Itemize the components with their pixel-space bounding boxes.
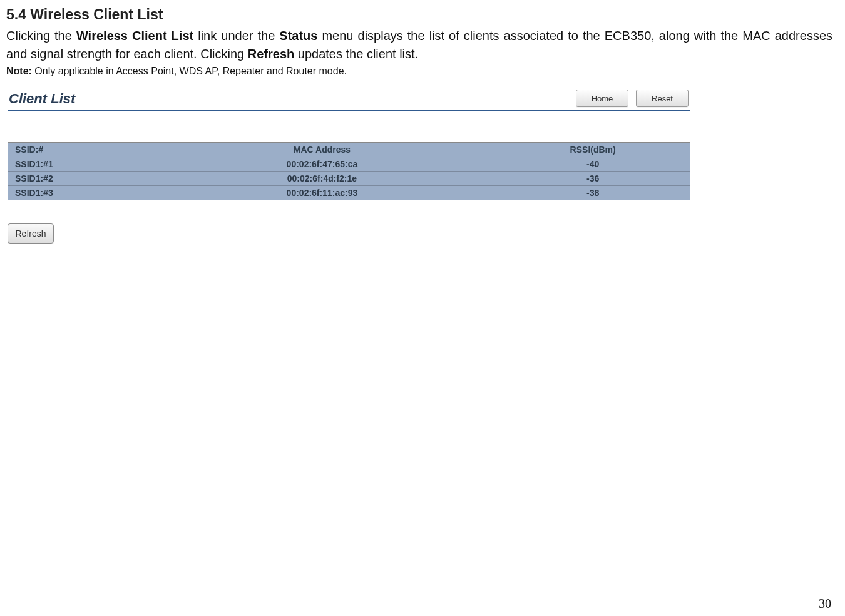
client-table: SSID:# MAC Address RSSI(dBm) SSID1:#1 00… (8, 142, 690, 200)
text: Clicking the (6, 29, 76, 43)
cell-rssi: -36 (496, 172, 690, 186)
cell-mac: 00:02:6f:47:65:ca (148, 157, 496, 172)
cell-ssid: SSID1:#3 (8, 186, 148, 200)
home-button[interactable]: Home (576, 90, 628, 107)
cell-ssid: SSID1:#1 (8, 157, 148, 172)
page-title: Client List (8, 91, 75, 107)
col-mac: MAC Address (148, 143, 496, 157)
page-number: 30 (819, 597, 831, 611)
text-bold: Wireless Client List (76, 29, 193, 43)
text-bold: Refresh (248, 47, 294, 61)
cell-ssid: SSID1:#2 (8, 172, 148, 186)
cell-rssi: -38 (496, 186, 690, 200)
button-group: Home Reset (576, 90, 690, 107)
col-rssi: RSSI(dBm) (496, 143, 690, 157)
admin-panel: Client List Home Reset SSID:# MAC Addres… (8, 90, 690, 244)
panel-header: Client List Home Reset (8, 90, 690, 111)
table-row: SSID1:#3 00:02:6f:11:ac:93 -38 (8, 186, 690, 200)
body-paragraph: Clicking the Wireless Client List link u… (6, 27, 832, 63)
table-row: SSID1:#2 00:02:6f:4d:f2:1e -36 (8, 172, 690, 186)
refresh-button[interactable]: Refresh (8, 223, 54, 244)
text: updates the client list. (294, 47, 418, 61)
col-ssid: SSID:# (8, 143, 148, 157)
text: link under the (193, 29, 279, 43)
table-row: SSID1:#1 00:02:6f:47:65:ca -40 (8, 157, 690, 172)
cell-mac: 00:02:6f:11:ac:93 (148, 186, 496, 200)
cell-mac: 00:02:6f:4d:f2:1e (148, 172, 496, 186)
reset-button[interactable]: Reset (636, 90, 689, 107)
cell-rssi: -40 (496, 157, 690, 172)
note-label: Note: (6, 66, 32, 76)
table-header-row: SSID:# MAC Address RSSI(dBm) (8, 143, 690, 157)
note-paragraph: Note: Only applicable in Access Point, W… (6, 66, 832, 77)
text-bold: Status (279, 29, 317, 43)
note-text: Only applicable in Access Point, WDS AP,… (32, 66, 347, 76)
divider (8, 218, 690, 218)
section-title: 5.4 Wireless Client List (6, 6, 832, 23)
